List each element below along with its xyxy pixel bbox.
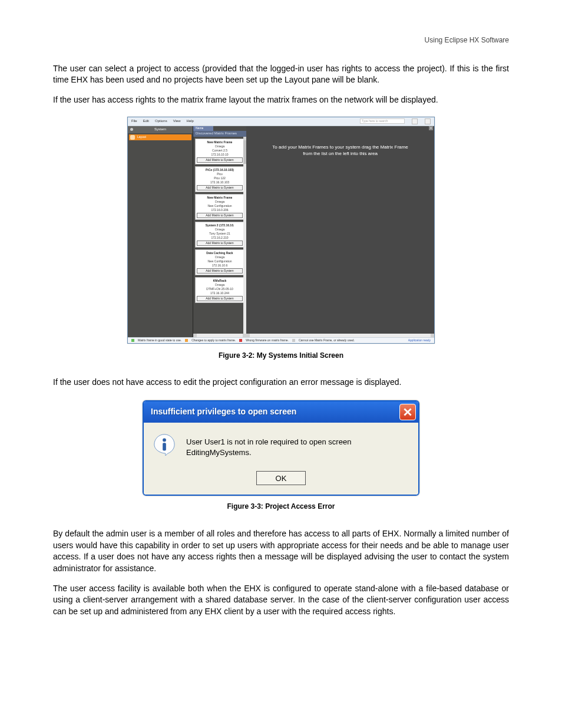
paragraph: The user access facility is available bo… (53, 583, 509, 618)
add-matrix-button[interactable]: Add Matrix to System (197, 157, 243, 163)
frame-line: Omega (197, 228, 243, 232)
menu-view[interactable]: View (173, 118, 181, 123)
frame-title: New Matrix Frame (197, 196, 243, 200)
status-dot-orange (185, 339, 188, 342)
ok-button[interactable]: OK (256, 471, 306, 485)
discovered-header: Discovered Matrix Frames (193, 131, 246, 137)
frame-card[interactable]: System 2 (172.16.10. Omega Tony System 2… (195, 222, 244, 248)
frame-line: 172.16.10.6 (197, 263, 243, 268)
frame-line: 172.16.0.206 (197, 208, 243, 212)
status-text: Changes to apply to matrix frame. (191, 338, 236, 342)
menu-help[interactable]: Help (187, 118, 194, 123)
figure-caption: Figure 3-2: My Systems Initial Screen (53, 351, 509, 361)
status-text: Cannot use Matrix Frame, or already used… (299, 338, 355, 342)
close-icon[interactable] (399, 404, 416, 420)
frame-title: System 2 (172.16.10. (197, 223, 243, 228)
add-matrix-button[interactable]: Add Matrix to System (197, 185, 243, 190)
name-tab[interactable]: Name (193, 126, 213, 131)
running-title: Using Eclipse HX Software (53, 35, 509, 45)
frame-line: 172.16.10.244 (197, 291, 243, 295)
figure-caption: Figure 3-3: Project Access Error (53, 502, 509, 512)
frame-line: New Configuration (197, 259, 243, 263)
paragraph: If the user does not have access to edit… (53, 377, 509, 388)
dialog-titlebar: Insufficient privileges to open screen (144, 401, 418, 423)
menu-edit[interactable]: Edit (143, 118, 149, 123)
system-label: System (154, 127, 166, 131)
status-text: Matrix frame in good state to use. (138, 338, 181, 342)
frames-panel: Name Discovered Matrix Frames New Matrix… (193, 126, 246, 337)
error-dialog: Insufficient privileges to open screen U… (143, 400, 419, 496)
drop-message: To add your Matrix Frames to your system… (246, 144, 434, 157)
dialog-message: User User1 is not in role required to op… (186, 437, 409, 458)
frame-title: New Matrix Frame (197, 140, 243, 144)
nav-layout[interactable]: Layout (129, 134, 191, 140)
gear-icon (130, 128, 133, 131)
frame-title: PiCo (172.16.10.103) (197, 168, 243, 172)
frame-card[interactable]: PiCo (172.16.10.103) Pico Pico 122 172.1… (195, 166, 244, 192)
menubar: File Edit Options View Help Type here to… (128, 117, 434, 126)
search-input[interactable]: Type here to search (360, 118, 405, 124)
frame-line: Omega (197, 200, 243, 204)
menu-file[interactable]: File (131, 118, 137, 123)
frame-line: New Configuration (197, 204, 243, 208)
frame-title: KMsRack (197, 279, 243, 283)
frame-line: Pico 122 (197, 176, 243, 180)
frame-line: Tony System 21 (197, 232, 243, 236)
toolbar-icon[interactable] (425, 118, 431, 124)
status-dot-gray (292, 339, 295, 342)
app-window: File Edit Options View Help Type here to… (127, 117, 435, 344)
add-matrix-button[interactable]: Add Matrix to System (197, 241, 243, 246)
close-icon[interactable]: × (429, 126, 433, 130)
add-matrix-button[interactable]: Add Matrix to System (197, 213, 243, 218)
status-text: Wrong firmware on matrix frame. (246, 338, 289, 342)
system-header: System (128, 126, 193, 133)
frame-title: Data Caching Rack (197, 251, 243, 255)
scrollbar-horizontal[interactable] (246, 334, 434, 337)
drop-area[interactable]: × To add your Matrix Frames to your syst… (246, 126, 434, 337)
frame-card[interactable]: New Matrix Frame Omega New Configuration… (195, 194, 244, 220)
nav-label: Layout (137, 135, 146, 139)
frame-line: 172.16.2.210 (197, 236, 243, 240)
frame-line: Omega (197, 283, 243, 287)
search-icon[interactable] (412, 118, 418, 124)
menu-options[interactable]: Options (155, 118, 167, 123)
frame-line: 172.16.10.103 (197, 180, 243, 185)
paragraph: By default the admin user is a member of… (53, 528, 509, 574)
dialog-title-text: Insufficient privileges to open screen (151, 406, 296, 418)
status-dot-red (239, 339, 242, 342)
add-matrix-button[interactable]: Add Matrix to System (197, 296, 243, 301)
paragraph: If the user has access rights to the mat… (53, 94, 509, 106)
frame-line: Omega (197, 255, 243, 259)
frame-line: Convert 2.5 (197, 149, 243, 153)
frame-card[interactable]: Data Caching Rack Omega New Configuratio… (195, 249, 244, 275)
frames-list: New Matrix Frame Omega Convert 2.5 172.1… (193, 137, 246, 334)
frame-card[interactable]: KMsRack Omega DTMF+Chi 25-05-10 172.16.1… (195, 277, 244, 303)
add-matrix-button[interactable]: Add Matrix to System (197, 268, 243, 274)
scrollbar-horizontal[interactable] (193, 334, 246, 337)
status-dot-green (131, 339, 134, 342)
status-ready: Application ready (408, 338, 431, 342)
paragraph: The user can select a project to access … (53, 63, 509, 86)
frame-line: Pico (197, 172, 243, 176)
svg-rect-1 (163, 443, 166, 450)
frame-line: DTMF+Chi 25-05-10 (197, 287, 243, 291)
frame-card[interactable]: New Matrix Frame Omega Convert 2.5 172.1… (195, 139, 244, 164)
info-icon (153, 433, 176, 456)
svg-point-0 (163, 439, 166, 442)
status-bar: Matrix frame in good state to use. Chang… (128, 337, 434, 343)
frame-line: 172.16.10.10 (197, 153, 243, 157)
left-panel: System Layout (128, 126, 193, 337)
frame-line: Omega (197, 144, 243, 149)
